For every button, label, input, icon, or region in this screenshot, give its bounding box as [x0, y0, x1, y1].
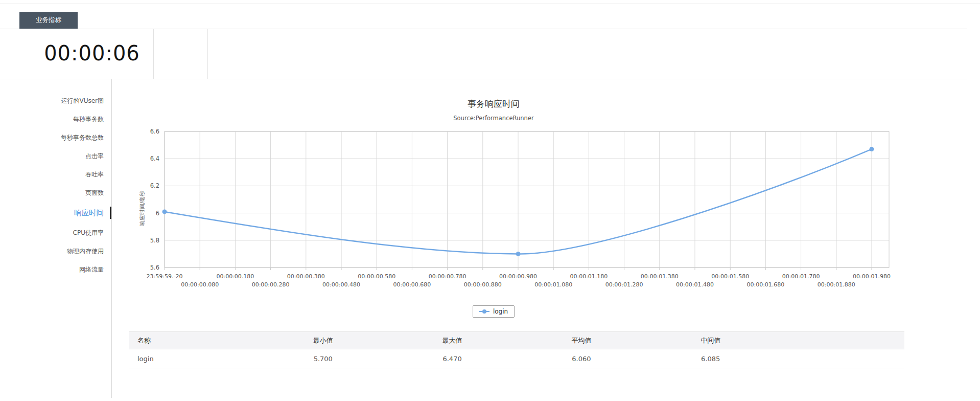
top-divider — [0, 4, 980, 4]
sidebar-item-label: 点击率 — [85, 152, 104, 161]
legend-label: login — [493, 308, 508, 315]
sidebar-item-tps[interactable]: 每秒事务数 — [17, 110, 104, 128]
data-point-login — [870, 147, 874, 151]
x-tick-label: 00:00:01.780 — [782, 273, 820, 280]
x-tick-label: 00:00:01.480 — [676, 281, 714, 288]
sidebar-item-throughput[interactable]: 吞吐率 — [17, 165, 104, 184]
col-header-average: 平均值 — [517, 332, 646, 349]
col-header-min: 最小值 — [259, 332, 388, 349]
x-tick-label: 00:00:00.880 — [464, 281, 502, 288]
plot-border — [165, 131, 889, 268]
x-tick-label: 00:00:00.480 — [322, 281, 360, 288]
x-tick-label: 00:00:00.680 — [393, 281, 431, 288]
metrics-sidebar: 运行的VUser图 每秒事务数 每秒事务数总数 点击率 吞吐率 页面数 响应时间… — [17, 92, 104, 279]
header-cell-divider — [207, 29, 208, 79]
sidebar-item-total-tps[interactable]: 每秒事务数总数 — [17, 128, 104, 147]
x-tick-label: 00:00:01.180 — [570, 273, 608, 280]
table-row: login 5.700 6.470 6.060 6.085 — [129, 349, 904, 368]
sidebar-item-response-time[interactable]: 响应时间 — [17, 202, 104, 224]
col-header-spacer — [775, 332, 904, 349]
cell-name: login — [129, 349, 259, 368]
sidebar-item-cpu-usage[interactable]: CPU使用率 — [17, 224, 104, 242]
data-point-login — [162, 209, 167, 214]
x-tick-label: 00:00:01.280 — [605, 281, 643, 288]
x-tick-label: 00:00:00.180 — [216, 273, 254, 280]
x-tick-label: 00:00:00.380 — [287, 273, 325, 280]
cell-max: 6.470 — [388, 349, 517, 368]
sidebar-item-running-vusers[interactable]: 运行的VUser图 — [17, 92, 104, 110]
tabbar-divider — [0, 29, 967, 29]
sidebar-item-hit-rate[interactable]: 点击率 — [17, 147, 104, 165]
summary-table: 名称 最小值 最大值 平均值 中间值 login 5.700 6.470 6.0… — [129, 331, 904, 368]
tab-business-metrics-label: 业务指标 — [36, 16, 61, 25]
sidebar-item-page-count[interactable]: 页面数 — [17, 184, 104, 202]
elapsed-time: 00:00:06 — [31, 39, 153, 68]
sidebar-item-label: 运行的VUser图 — [61, 97, 104, 105]
x-tick-label: 00:00:01.080 — [534, 281, 572, 288]
sidebar-item-label: 每秒事务数 — [73, 115, 104, 124]
legend-item-login[interactable]: login — [473, 305, 515, 318]
series-marker-icon — [479, 309, 489, 314]
header-bottom-divider — [0, 79, 967, 79]
cell-spacer — [775, 349, 904, 368]
x-tick-label: 00:00:01.880 — [818, 281, 855, 288]
sidebar-item-label: 响应时间 — [74, 208, 104, 218]
y-tick-label: 5.6 — [150, 264, 159, 271]
x-tick-label: 00:00:00.980 — [499, 273, 537, 280]
x-tick-label: 00:00:00.780 — [429, 273, 466, 280]
col-header-name: 名称 — [129, 332, 259, 349]
cell-min: 5.700 — [259, 349, 388, 368]
sidebar-item-physical-memory[interactable]: 物理内存使用 — [17, 242, 104, 260]
sidebar-item-label: 物理内存使用 — [67, 247, 104, 256]
x-tick-label: 00:00:01.580 — [711, 273, 749, 280]
legend: login — [102, 305, 885, 318]
chart-title: 事务响应时间 — [102, 98, 885, 110]
x-tick-label: 00:00:01.980 — [853, 273, 891, 280]
sidebar-item-network-traffic[interactable]: 网络流量 — [17, 260, 104, 279]
y-tick-label: 5.8 — [150, 237, 159, 244]
sidebar-item-label: CPU使用率 — [73, 229, 104, 237]
col-header-median: 中间值 — [646, 332, 775, 349]
sidebar-item-label: 网络流量 — [79, 265, 104, 274]
cell-median: 6.085 — [646, 349, 775, 368]
col-header-max: 最大值 — [388, 332, 517, 349]
y-tick-label: 6.4 — [150, 155, 159, 162]
sidebar-item-label: 每秒事务数总数 — [61, 133, 104, 142]
timer-cell-divider — [153, 29, 154, 79]
y-tick-label: 6.2 — [150, 182, 159, 189]
x-tick-label: 00:00:00.280 — [252, 281, 290, 288]
x-tick-label: 00:00:00.080 — [181, 281, 219, 288]
chart-subtitle: Source:PerformanceRunner — [102, 115, 885, 122]
data-point-login — [516, 252, 521, 256]
sidebar-item-label: 吞吐率 — [85, 170, 104, 179]
x-tick-label: 23:59:59.-20 — [147, 273, 183, 280]
sidebar-item-label: 页面数 — [85, 189, 104, 197]
performance-runner-page: { "tab": { "label": "业务指标" }, "timer": {… — [0, 0, 980, 401]
response-time-chart: 6.66.46.265.85.623:59:59.-2000:00:00.080… — [102, 128, 915, 297]
cell-average: 6.060 — [517, 349, 646, 368]
x-tick-label: 00:00:01.680 — [746, 281, 784, 288]
summary-table-header-row: 名称 最小值 最大值 平均值 中间值 — [129, 332, 904, 349]
x-tick-label: 00:00:00.580 — [358, 273, 395, 280]
tab-business-metrics[interactable]: 业务指标 — [19, 12, 78, 29]
x-tick-label: 00:00:01.380 — [641, 273, 679, 280]
y-tick-label: 6.6 — [150, 128, 159, 135]
y-tick-label: 6 — [156, 210, 159, 217]
